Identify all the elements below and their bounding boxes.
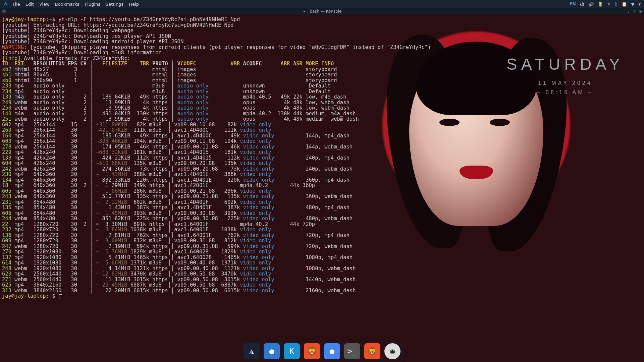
dock-arch-menu[interactable]: ◮ — [244, 343, 260, 359]
brightness-icon[interactable]: ☼ — [607, 2, 611, 7]
terminal-output: jay@jay-laptop:~$ yt-dlp -F https://yout… — [0, 15, 644, 301]
menu-plugins[interactable]: Plugins — [85, 2, 100, 7]
menu-settings[interactable]: Settings — [106, 2, 123, 7]
dock-kate[interactable]: K — [284, 343, 300, 359]
keyboard-layout[interactable]: EN — [570, 2, 576, 6]
terminal[interactable]: SATURDAY 11 MAY 2024 – 08:16 AM – jay@ja… — [0, 15, 644, 362]
media-icon[interactable]: ⏻ — [580, 2, 584, 7]
dock-obs[interactable]: ◉ — [384, 343, 400, 359]
menu-bookmarks[interactable]: Bookmarks — [55, 2, 79, 7]
window-titlebar: ~ : bash — Konsole ⌄ ◇ ⊗ — [0, 8, 644, 15]
top-panel: File Edit View Bookmarks Plugins Setting… — [0, 0, 644, 8]
battery-icon[interactable]: 🔋 — [598, 2, 603, 7]
chevron-down-icon[interactable]: ▾ — [638, 2, 641, 7]
window-menu-button[interactable] — [2, 9, 6, 13]
bluetooth-icon[interactable]: ᛒ — [615, 2, 618, 7]
dock-chromium[interactable]: ● — [324, 343, 340, 359]
clipboard-icon[interactable]: 📋 — [622, 2, 627, 7]
menu-view[interactable]: View — [39, 2, 50, 7]
dock-brave-beta[interactable]: 🦁 — [364, 343, 380, 359]
network-icon[interactable]: ▼ — [631, 2, 634, 7]
dock-brave[interactable]: 🦁 — [304, 343, 320, 359]
close-icon[interactable]: ⊗ — [639, 9, 642, 14]
dock-terminal[interactable]: >_ — [344, 343, 360, 359]
arch-logo-icon[interactable] — [3, 1, 8, 7]
window-title: ~ : bash — Konsole — [303, 9, 342, 14]
app-menu: File Edit View Bookmarks Plugins Setting… — [13, 2, 139, 7]
minimize-icon[interactable]: ⌄ — [627, 9, 630, 14]
systray: EN ⏻ 🔊 🔋 ☼ ᛒ 📋 ▼ ▾ — [570, 2, 641, 7]
dock: ◮●K🦁●>_🦁◉ — [240, 341, 404, 361]
menu-help[interactable]: Help — [129, 2, 139, 7]
maximize-icon[interactable]: ◇ — [633, 9, 636, 14]
dock-gnome-weather[interactable]: ● — [264, 343, 280, 359]
menu-file[interactable]: File — [13, 2, 20, 7]
volume-icon[interactable]: 🔊 — [588, 2, 594, 7]
menu-edit[interactable]: Edit — [25, 2, 34, 7]
